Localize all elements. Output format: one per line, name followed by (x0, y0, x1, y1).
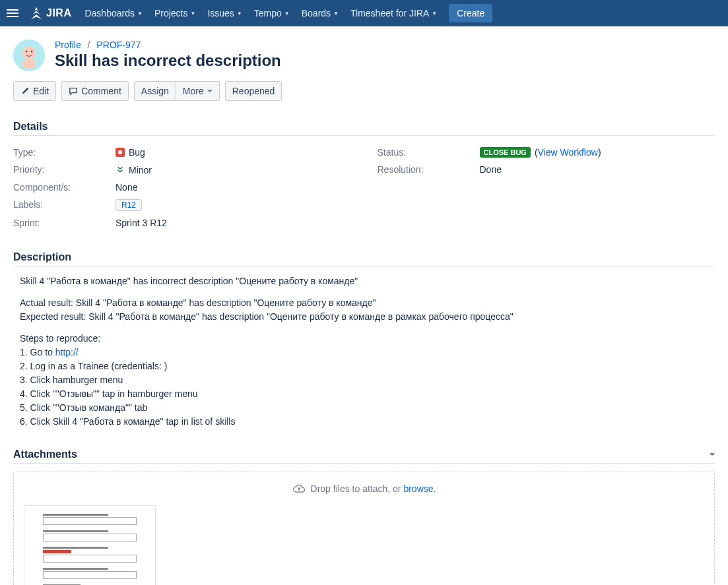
nav-issues[interactable]: Issues▼ (207, 8, 242, 18)
attachment-item[interactable]: example.png (24, 505, 156, 585)
details-heading: Details (13, 121, 715, 136)
toolbar: Edit Comment Assign More Reopened (13, 81, 715, 108)
nav-dashboards[interactable]: Dashboards▼ (84, 8, 142, 18)
view-workflow-link[interactable]: View Workflow (538, 147, 598, 158)
status-badge: CLOSE BUG (480, 147, 531, 158)
drop-hint: Drop files to attach, or browse. (24, 482, 704, 495)
reopened-button[interactable]: Reopened (225, 81, 282, 101)
status-label: Status: (378, 147, 480, 158)
details-panel: Type: Bug Priority: Minor Component/s: N… (13, 144, 715, 231)
svg-rect-4 (22, 59, 36, 69)
description-heading: Description (13, 251, 715, 266)
nav-boards[interactable]: Boards▼ (302, 8, 339, 18)
nav-items: Dashboards▼ Projects▼ Issues▼ Tempo▼ Boa… (84, 4, 721, 22)
edit-button[interactable]: Edit (13, 81, 56, 101)
nav-projects[interactable]: Projects▼ (154, 8, 196, 18)
project-avatar[interactable] (13, 40, 45, 71)
comment-icon (69, 86, 78, 96)
pencil-icon (20, 86, 30, 96)
nav-timesheet[interactable]: Timesheet for JIRA▼ (350, 8, 437, 18)
labels-value: R12 (116, 199, 142, 211)
top-navigation: JIRA Dashboards▼ Projects▼ Issues▼ Tempo… (0, 0, 728, 26)
browse-link[interactable]: browse (403, 483, 433, 494)
components-value: None (116, 182, 137, 193)
cloud-upload-icon (292, 482, 306, 495)
breadcrumb-project[interactable]: Profile (55, 40, 81, 50)
comment-button[interactable]: Comment (61, 81, 129, 101)
step-link[interactable]: http:// (55, 347, 79, 357)
type-label: Type: (13, 147, 116, 158)
description-body: Skill 4 "Работа в команде" has incorrect… (13, 274, 715, 429)
resolution-value: Done (480, 164, 502, 175)
bug-icon (116, 148, 125, 157)
sprint-label: Sprint: (13, 218, 116, 228)
attachment-thumbnail[interactable] (24, 505, 156, 585)
type-value: Bug (116, 147, 145, 158)
svg-point-1 (22, 46, 36, 59)
svg-point-2 (26, 51, 28, 53)
attachments-heading: Attachments (13, 448, 715, 464)
sprint-value: Sprint 3 R12 (116, 218, 167, 228)
attachments-dropzone[interactable]: Drop files to attach, or browse. example… (13, 472, 715, 585)
priority-value: Minor (116, 164, 152, 175)
more-button[interactable]: More (176, 81, 220, 101)
breadcrumb-key[interactable]: PROF-977 (96, 40, 141, 50)
labels-label: Labels: (13, 199, 116, 211)
svg-point-3 (31, 51, 33, 53)
chevron-down-icon (207, 90, 213, 92)
issue-title: Skill has incorrect description (55, 51, 281, 70)
jira-logo[interactable]: JIRA (29, 6, 71, 20)
priority-minor-icon (116, 164, 125, 175)
components-label: Component/s: (13, 182, 116, 193)
resolution-label: Resolution: (378, 164, 480, 175)
status-value: CLOSE BUG (View Workflow) (480, 147, 601, 158)
hamburger-icon[interactable] (7, 5, 22, 21)
attachments-menu-icon[interactable] (710, 453, 715, 456)
breadcrumb: Profile / PROF-977 (55, 40, 281, 50)
create-button[interactable]: Create (449, 4, 492, 22)
priority-label: Priority: (13, 164, 116, 175)
issue-header: Profile / PROF-977 Skill has incorrect d… (13, 40, 715, 71)
assign-button[interactable]: Assign (134, 81, 176, 101)
label-tag[interactable]: R12 (116, 199, 142, 211)
nav-tempo[interactable]: Tempo▼ (254, 8, 290, 18)
